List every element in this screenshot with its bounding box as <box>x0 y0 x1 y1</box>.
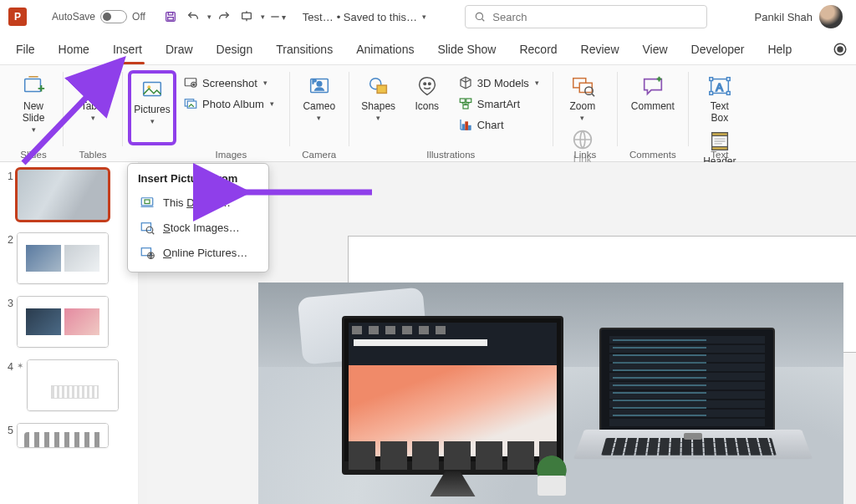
chart-button[interactable]: Chart <box>455 115 543 134</box>
popup-stock-images[interactable]: Stock Images… <box>130 215 267 240</box>
icons-icon <box>415 74 440 99</box>
svg-point-18 <box>317 81 322 86</box>
title-dropdown-icon[interactable]: ▾ <box>422 13 426 21</box>
undo-dropdown-icon[interactable]: ▾ <box>207 13 211 21</box>
comment-button[interactable]: Comment <box>623 70 683 145</box>
svg-rect-24 <box>460 99 465 103</box>
group-camera: P Cameo ▾ Camera <box>290 67 349 161</box>
textbox-icon: A <box>707 74 732 99</box>
search-icon <box>474 11 486 23</box>
tab-design[interactable]: Design <box>206 38 264 61</box>
save-status[interactable]: • Saved to this… <box>337 11 417 23</box>
svg-text:P: P <box>312 78 316 85</box>
photo-laptop <box>584 328 802 486</box>
group-label-images: Images <box>173 150 289 160</box>
autosave-toggle[interactable] <box>100 10 127 23</box>
svg-rect-41 <box>711 133 727 136</box>
smartart-button[interactable]: SmartArt <box>455 94 543 113</box>
3d-models-button[interactable]: 3D Models▾ <box>455 74 543 92</box>
screenshot-icon <box>183 75 198 90</box>
svg-rect-47 <box>141 248 150 256</box>
textbox-label: Text Box <box>711 100 729 124</box>
popup-item-label: Stock Images… <box>163 221 240 234</box>
shapes-button[interactable]: Shapes ▾ <box>354 70 403 145</box>
star-icon: ✶ <box>17 359 23 370</box>
thumb-number: 5 <box>2 423 13 436</box>
tab-developer[interactable]: Developer <box>680 38 756 61</box>
thumb-number: 1 <box>2 169 13 182</box>
camera-mode-button[interactable] <box>829 38 851 60</box>
search-input[interactable]: Search <box>465 5 707 28</box>
cameo-button[interactable]: P Cameo ▾ <box>295 70 344 145</box>
photo-album-icon <box>183 96 198 111</box>
screenshot-label: Screenshot <box>202 77 257 89</box>
save-icon[interactable] <box>160 7 181 27</box>
comment-label: Comment <box>631 100 675 112</box>
online-pictures-icon <box>140 245 155 260</box>
tab-slideshow[interactable]: Slide Show <box>426 38 507 61</box>
slide-thumbnail-2[interactable] <box>17 232 109 284</box>
svg-rect-44 <box>145 200 150 204</box>
smartart-icon <box>458 96 473 111</box>
quick-access-toolbar: ▾ ▾ ▾ <box>160 7 288 27</box>
svg-rect-27 <box>462 125 464 130</box>
icons-button[interactable]: Icons <box>403 70 451 145</box>
svg-point-4 <box>476 13 483 19</box>
present-icon[interactable] <box>237 7 257 27</box>
undo-icon[interactable] <box>183 7 203 27</box>
group-illustrations: Shapes ▾ Icons 3D Models▾ SmartArt Chart… <box>349 67 553 161</box>
svg-text:A: A <box>716 81 723 94</box>
tab-help[interactable]: Help <box>757 38 802 61</box>
thumb-number: 3 <box>2 296 13 309</box>
tab-draw[interactable]: Draw <box>155 38 204 61</box>
autosave-group: AutoSave Off <box>52 10 145 23</box>
svg-point-14 <box>193 84 195 85</box>
icons-label: Icons <box>415 100 439 112</box>
user-area[interactable]: Pankil Shah <box>755 5 848 28</box>
stock-images-icon <box>140 220 155 235</box>
text-box-button[interactable]: A Text Box <box>696 70 744 124</box>
chart-icon <box>458 117 473 132</box>
zoom-icon <box>570 74 595 99</box>
cube-icon <box>458 75 473 90</box>
tab-review[interactable]: Review <box>570 38 630 61</box>
photo-album-button[interactable]: Photo Album▾ <box>180 94 278 113</box>
svg-rect-28 <box>466 122 467 130</box>
redo-icon[interactable] <box>214 7 234 27</box>
svg-rect-36 <box>710 78 713 81</box>
tab-animations[interactable]: Animations <box>345 38 425 61</box>
svg-rect-2 <box>168 18 174 20</box>
screenshot-button[interactable]: Screenshot▾ <box>180 74 278 92</box>
slide-thumbnail-4[interactable] <box>27 359 119 411</box>
tab-transitions[interactable]: Transitions <box>265 38 344 61</box>
chevron-down-icon: ▾ <box>376 114 380 122</box>
group-text: A Text Box Header & Footer Text <box>689 67 751 161</box>
slide-thumbnails: 1 2 3 4 ✶ 5 <box>0 162 139 504</box>
user-name: Pankil Shah <box>755 11 813 23</box>
popup-online-pictures[interactable]: Online Pictures… <box>130 240 267 265</box>
zoom-button[interactable]: Zoom ▾ <box>558 70 607 122</box>
svg-rect-38 <box>710 92 713 95</box>
app-icon: P <box>8 8 27 26</box>
slide-thumbnail-5[interactable] <box>17 423 109 448</box>
chevron-down-icon: ▾ <box>150 117 155 125</box>
tab-view[interactable]: View <box>632 38 679 61</box>
svg-point-22 <box>424 83 426 85</box>
photo-album-label: Photo Album <box>202 98 264 110</box>
tab-record[interactable]: Record <box>508 38 568 61</box>
svg-rect-1 <box>168 13 172 15</box>
group-label-text: Text <box>689 150 751 160</box>
search-placeholder: Search <box>492 11 527 23</box>
qat-overflow-icon[interactable]: ▾ <box>268 7 288 27</box>
slide-thumbnail-3[interactable] <box>17 296 109 348</box>
svg-point-23 <box>428 83 431 85</box>
svg-rect-43 <box>141 198 153 206</box>
svg-rect-26 <box>463 105 468 109</box>
group-images: Pictures ▾ Screenshot▾ Photo Album▾ Imag… <box>123 67 289 161</box>
present-dropdown-icon[interactable]: ▾ <box>261 13 265 21</box>
slide-image[interactable] <box>258 283 843 504</box>
avatar[interactable] <box>819 5 843 28</box>
group-label-illustrations: Illustrations <box>349 150 553 160</box>
doc-name[interactable]: Test… <box>303 11 334 23</box>
thumb-number: 2 <box>2 232 13 246</box>
